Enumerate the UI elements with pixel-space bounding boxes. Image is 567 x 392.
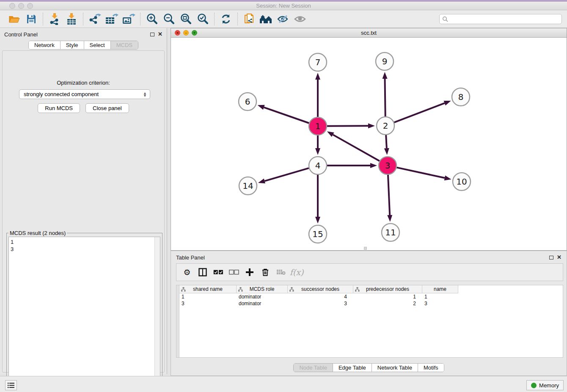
- close-table-panel-icon[interactable]: ✕: [557, 255, 561, 259]
- network-window-title: scc.txt: [171, 30, 567, 36]
- export-table-icon[interactable]: [105, 13, 119, 25]
- hide-selected-icon[interactable]: [276, 13, 290, 25]
- task-history-button[interactable]: [5, 380, 17, 390]
- table-tab-motifs[interactable]: Motifs: [418, 364, 444, 372]
- deselect-all-icon[interactable]: [228, 266, 240, 279]
- delete-table-icon[interactable]: [275, 266, 287, 279]
- zoom-fit-icon[interactable]: [179, 13, 193, 25]
- arrowhead-icon: [327, 131, 334, 137]
- table-cell[interactable]: 1: [422, 293, 458, 300]
- mcds-result-item[interactable]: 3: [11, 246, 153, 253]
- edge-2-8[interactable]: [394, 103, 445, 123]
- network-canvas[interactable]: 7968124314101511: [171, 38, 567, 250]
- table-header-row: shared nameMCDS rolesuccessor nodesprede…: [179, 285, 563, 293]
- clone-network-icon[interactable]: [242, 13, 256, 25]
- tab-style[interactable]: Style: [61, 41, 84, 49]
- add-column-icon[interactable]: [243, 266, 256, 279]
- column-header-shared-name[interactable]: shared name: [179, 285, 237, 293]
- toolbar-separator: [214, 13, 215, 25]
- table-cell[interactable]: 1: [353, 293, 422, 300]
- table-cell[interactable]: 3: [422, 300, 458, 307]
- optimization-criterion-label: Optimization criterion:: [3, 80, 164, 86]
- arrowhead-icon: [383, 72, 388, 79]
- split-column-icon[interactable]: [196, 266, 209, 279]
- import-table-icon[interactable]: [64, 13, 79, 25]
- control-panel: Control Panel ✕ NetworkStyleSelectMCDS O…: [0, 28, 167, 374]
- table-row[interactable]: 3dominator323: [179, 300, 563, 307]
- close-panel-icon[interactable]: ✕: [158, 32, 162, 36]
- table-cell[interactable]: 3: [288, 300, 353, 307]
- edge-3-11[interactable]: [388, 175, 390, 215]
- import-network-icon[interactable]: [47, 13, 62, 25]
- hierarchy-icon: [355, 287, 360, 292]
- table-cell[interactable]: dominator: [237, 300, 288, 307]
- edge-1-2[interactable]: [327, 126, 368, 126]
- edge-3-1[interactable]: [333, 135, 380, 161]
- table-tab-edge-table[interactable]: Edge Table: [333, 364, 372, 372]
- table-cell[interactable]: 2: [353, 300, 422, 307]
- zoom-out-icon[interactable]: [162, 13, 176, 25]
- column-header-name[interactable]: name: [422, 285, 458, 293]
- arrowhead-icon: [258, 179, 265, 184]
- table-cell[interactable]: 3: [179, 300, 237, 307]
- function-builder-icon[interactable]: f(x): [290, 266, 303, 279]
- network-window-titlebar[interactable]: ✕ − + scc.txt: [171, 28, 567, 38]
- optimization-criterion-select[interactable]: strongly connected component ▲▼: [19, 89, 150, 99]
- table-row[interactable]: 1dominator411: [179, 293, 563, 300]
- node-label-10: 10: [456, 177, 467, 187]
- export-image-icon[interactable]: [121, 13, 136, 25]
- control-panel-title: Control Panel: [4, 31, 38, 38]
- row-gutter: [176, 285, 179, 357]
- node-table[interactable]: shared nameMCDS rolesuccessor nodesprede…: [176, 285, 563, 358]
- edge-1-6[interactable]: [264, 108, 309, 123]
- toolbar-separator: [140, 13, 140, 25]
- gear-icon[interactable]: ⚙: [181, 266, 193, 279]
- show-all-icon[interactable]: [293, 13, 307, 25]
- select-stepper-icon: ▲▼: [143, 92, 147, 97]
- canvas-resize-handle[interactable]: [364, 247, 367, 250]
- first-neighbors-icon[interactable]: [259, 13, 273, 25]
- edge-2-3[interactable]: [386, 135, 387, 148]
- node-label-11: 11: [385, 227, 396, 237]
- mcds-result-box: MCDS result (2 nodes) 13: [6, 233, 162, 392]
- result-scrollbar[interactable]: [154, 237, 160, 391]
- save-session-icon[interactable]: [24, 13, 39, 25]
- table-body: 1dominator4113dominator323: [179, 293, 563, 307]
- float-table-panel-icon[interactable]: [549, 256, 553, 259]
- mcds-result-item[interactable]: 1: [11, 238, 153, 246]
- network-graph: 7968124314101511: [171, 38, 567, 250]
- app-titlebar: Session: New Session: [0, 2, 567, 10]
- search-field[interactable]: [439, 14, 562, 24]
- open-session-icon[interactable]: [7, 13, 22, 25]
- tab-mcds[interactable]: MCDS: [111, 41, 138, 49]
- table-tab-node-table[interactable]: Node Table: [294, 364, 333, 372]
- table-cell[interactable]: dominator: [237, 293, 288, 300]
- table-tab-network-table[interactable]: Network Table: [372, 364, 418, 372]
- refresh-icon[interactable]: [219, 13, 233, 25]
- tab-network[interactable]: Network: [29, 41, 61, 49]
- export-network-icon[interactable]: [88, 13, 102, 25]
- toolbar-separator: [83, 13, 83, 25]
- float-panel-icon[interactable]: [150, 33, 154, 36]
- table-cell[interactable]: 4: [288, 293, 353, 300]
- column-header-successor-nodes[interactable]: successor nodes: [288, 285, 353, 293]
- edge-4-14[interactable]: [264, 168, 309, 181]
- zoom-selected-icon[interactable]: [195, 13, 210, 25]
- close-panel-button[interactable]: Close panel: [85, 103, 129, 113]
- select-all-icon[interactable]: [212, 266, 225, 279]
- search-input[interactable]: [448, 16, 561, 22]
- edge-2-9[interactable]: [385, 79, 385, 116]
- column-header-predecessor-nodes[interactable]: predecessor nodes: [353, 285, 422, 293]
- table-cell[interactable]: 1: [179, 293, 237, 300]
- arrowhead-icon: [368, 123, 375, 128]
- run-mcds-button[interactable]: Run MCDS: [38, 103, 80, 113]
- arrowhead-icon: [370, 163, 377, 168]
- zoom-in-icon[interactable]: [145, 13, 159, 25]
- column-header-MCDS-role[interactable]: MCDS role: [237, 285, 288, 293]
- delete-column-icon[interactable]: [259, 266, 272, 279]
- main-toolbar: [0, 11, 567, 28]
- memory-button[interactable]: Memory: [526, 380, 564, 390]
- table-panel-title: Table Panel: [176, 254, 205, 261]
- tab-select[interactable]: Select: [84, 41, 111, 49]
- edge-3-10[interactable]: [396, 168, 444, 178]
